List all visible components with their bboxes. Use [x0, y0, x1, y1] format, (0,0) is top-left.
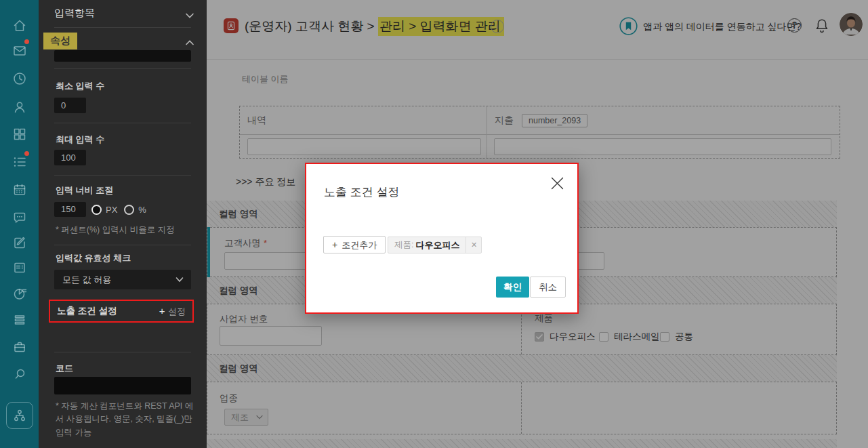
- scrolled-input[interactable]: [54, 50, 191, 62]
- modal-title: 노출 조건 설정: [324, 184, 399, 200]
- briefcase-icon[interactable]: [12, 339, 28, 355]
- panel-section-input-items[interactable]: 입력항목: [54, 7, 95, 20]
- confirm-button[interactable]: 확인: [496, 277, 529, 298]
- validation-label: 입력값 유효성 체크: [56, 252, 131, 264]
- org-chart-icon[interactable]: [6, 402, 33, 429]
- divider: [54, 123, 191, 123]
- clock-icon[interactable]: [12, 70, 28, 87]
- apps-grid-icon[interactable]: [12, 126, 28, 142]
- mail-notification-dot: [24, 39, 29, 44]
- chevron-down-icon[interactable]: [185, 9, 194, 22]
- condition-setup-link[interactable]: + 설정: [159, 305, 186, 318]
- search-icon[interactable]: [12, 366, 28, 382]
- code-input[interactable]: [54, 377, 191, 394]
- chevron-down-icon: [175, 277, 184, 283]
- add-condition-button[interactable]: +조건추가: [323, 236, 386, 253]
- tasks-list-icon[interactable]: [12, 154, 28, 170]
- user-icon[interactable]: [12, 99, 28, 115]
- property-panel: 입력항목 속성 최소 입력 수 0 최대 입력 수 100 입력 너비 조절 1…: [39, 0, 207, 448]
- divider: [54, 27, 191, 28]
- chevron-up-icon[interactable]: [185, 37, 194, 49]
- calendar-icon[interactable]: [12, 182, 28, 198]
- condition-tag-value: 다우오피스: [415, 239, 459, 251]
- input-width-input[interactable]: 150: [54, 202, 86, 217]
- display-condition-label: 노출 조건 설정: [57, 305, 117, 317]
- remove-condition-icon[interactable]: ✕: [466, 237, 481, 253]
- radio-percent[interactable]: [124, 205, 134, 215]
- home-icon[interactable]: [12, 18, 28, 34]
- display-condition-modal: 노출 조건 설정 +조건추가 제품: 다우오피스 ✕ 확인 취소: [305, 163, 579, 314]
- display-condition-annotated-row[interactable]: 노출 조건 설정 + 설정: [49, 300, 194, 323]
- validation-select[interactable]: 모든 값 허용: [54, 270, 191, 289]
- board-icon[interactable]: [12, 260, 28, 276]
- panel-section-properties[interactable]: 속성: [43, 33, 77, 49]
- compose-icon[interactable]: [12, 235, 28, 251]
- radio-px[interactable]: [91, 205, 102, 215]
- chat-icon[interactable]: [12, 209, 28, 225]
- code-label: 코드: [56, 363, 73, 375]
- input-width-label: 입력 너비 조절: [56, 184, 113, 197]
- mail-icon[interactable]: [12, 43, 28, 59]
- min-count-label: 최소 입력 수: [56, 80, 104, 92]
- divider: [54, 68, 191, 69]
- width-note: * 퍼센트(%) 입력시 비율로 지정: [56, 224, 175, 237]
- plus-icon: +: [332, 239, 337, 250]
- condition-tag-key: 제품:: [394, 239, 413, 251]
- rows-icon[interactable]: [12, 312, 28, 328]
- code-note: * 자동 계산 컴포넌트와 REST API 에서 사용됩니다. 영문, 숫자,…: [56, 400, 195, 439]
- report-pie-icon[interactable]: [12, 285, 28, 302]
- divider: [54, 175, 191, 176]
- cancel-button[interactable]: 취소: [530, 277, 566, 298]
- divider: [54, 245, 191, 245]
- max-count-label: 최대 입력 수: [56, 134, 104, 146]
- app-root: 입력항목 속성 최소 입력 수 0 최대 입력 수 100 입력 너비 조절 1…: [0, 0, 868, 448]
- radio-percent-label: %: [138, 205, 146, 215]
- tasks-notification-dot: [24, 151, 29, 156]
- plus-icon: +: [159, 305, 165, 317]
- min-count-input[interactable]: 0: [54, 98, 86, 113]
- max-count-input[interactable]: 100: [54, 150, 86, 165]
- radio-px-label: PX: [106, 205, 117, 215]
- divider: [54, 352, 191, 352]
- icon-sidebar: [0, 0, 39, 448]
- condition-tag: 제품: 다우오피스 ✕: [388, 237, 482, 253]
- close-icon[interactable]: [549, 175, 565, 191]
